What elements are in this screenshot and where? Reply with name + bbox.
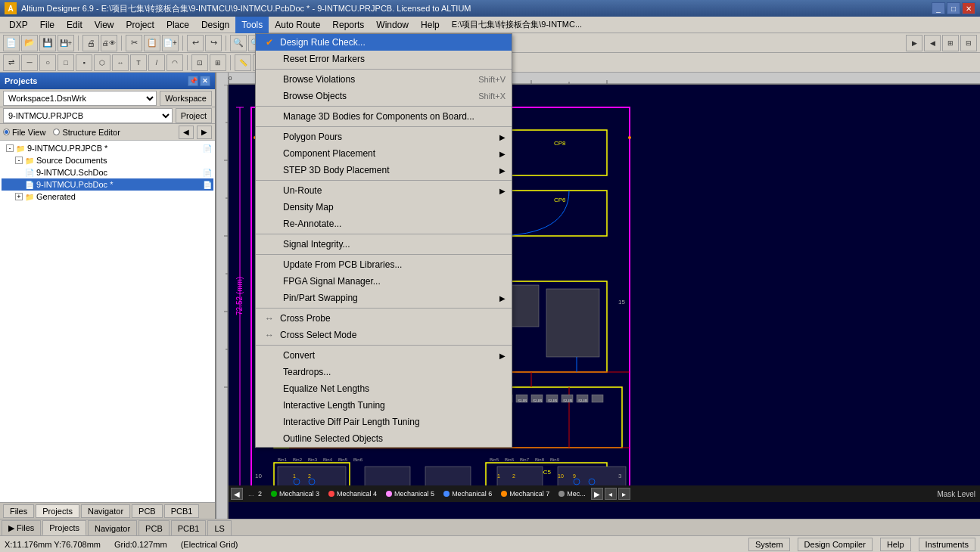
layer-scroll1[interactable]: ◂ [605, 488, 617, 500]
dim-btn[interactable]: ↔ [112, 54, 129, 71]
dd-equalize-nets[interactable]: Equalize Net Lengths [256, 380, 512, 397]
undo-btn[interactable]: ↩ [187, 35, 204, 51]
expand-project[interactable]: - [6, 144, 14, 152]
layer-scroll2[interactable]: ▸ [618, 488, 630, 500]
dd-outline-selected[interactable]: Outline Selected Objects [256, 430, 512, 447]
save-btn[interactable]: 💾 [39, 35, 56, 51]
open-btn[interactable]: 📂 [21, 35, 38, 51]
btab-projects[interactable]: Projects [42, 520, 86, 535]
new-btn[interactable]: 📄 [3, 35, 20, 51]
track-btn[interactable]: ─ [21, 54, 38, 71]
ptab-pcb1[interactable]: PCB1 [164, 504, 200, 518]
tb-right-1[interactable]: ▶ [906, 35, 922, 51]
menu-reports[interactable]: Reports [326, 17, 370, 33]
layer-next[interactable]: ▶ [591, 488, 603, 500]
menu-autoroute[interactable]: Auto Route [269, 17, 326, 33]
dd-interactive-diff-pair[interactable]: Interactive Diff Pair Length Tuning [256, 414, 512, 430]
layer-mech2[interactable]: ... 2 [244, 487, 266, 501]
dd-density-map[interactable]: Density Map [256, 199, 512, 216]
dd-unroute[interactable]: Un-Route ▶ [256, 182, 512, 199]
workspace-combo[interactable]: Workspace1.DsnWrk [3, 91, 157, 106]
status-help-btn[interactable]: Help [880, 538, 911, 551]
redo-btn[interactable]: ↪ [205, 35, 222, 51]
copy-btn[interactable]: 📋 [144, 35, 160, 51]
layer-mech4[interactable]: Mechanical 4 [324, 487, 381, 501]
deselect-btn[interactable]: ⊞ [210, 54, 226, 71]
tree-item-project[interactable]: - 📁 9-INTMCU.PRJPCB * 📄 [2, 142, 213, 154]
btab-pcb1[interactable]: PCB1 [171, 520, 207, 535]
close-button[interactable]: ✕ [962, 2, 975, 14]
measure-btn[interactable]: 📏 [235, 54, 251, 71]
dd-reset-markers[interactable]: Reset Error Markers [256, 51, 512, 67]
menu-window[interactable]: Window [370, 17, 415, 33]
dd-interactive-length[interactable]: Interactive Length Tuning [256, 397, 512, 414]
btab-navigator[interactable]: Navigator [88, 520, 137, 535]
dd-cross-select[interactable]: ↔ Cross Select Mode [256, 327, 512, 343]
print-preview-btn[interactable]: 🖨👁 [101, 35, 117, 51]
arc-btn[interactable]: ◠ [166, 54, 183, 71]
line-btn[interactable]: / [148, 54, 165, 71]
panel-close[interactable]: ✕ [200, 76, 210, 86]
expand-source[interactable]: - [15, 157, 23, 164]
menu-design[interactable]: Design [195, 17, 235, 33]
view-nav-prev[interactable]: ◀ [179, 126, 194, 139]
structure-editor-radio[interactable]: Structure Editor [53, 128, 120, 137]
route-btn[interactable]: ⇌ [3, 54, 20, 71]
dd-pin-swap[interactable]: Pin/Part Swapping ▶ [256, 290, 512, 306]
status-design-compiler-btn[interactable]: Design Compiler [798, 538, 873, 551]
dd-step-3d[interactable]: STEP 3D Body Placement ▶ [256, 162, 512, 178]
layer-mech5[interactable]: Mechanical 5 [381, 487, 439, 501]
layer-mech3[interactable]: Mechanical 3 [266, 487, 324, 501]
layer-mech7[interactable]: Mechanical 7 [496, 487, 554, 501]
menu-tools[interactable]: Tools [235, 17, 269, 33]
status-instruments-btn[interactable]: Instruments [919, 538, 975, 551]
cut-btn[interactable]: ✂ [126, 35, 142, 51]
dd-teardrops[interactable]: Teardrops... [256, 364, 512, 380]
paste-btn[interactable]: 📄+ [162, 35, 179, 51]
dd-browse-objects[interactable]: Browse Objects Shift+X [256, 88, 512, 104]
zoom-in-btn[interactable]: 🔍 [230, 35, 247, 51]
tb-right-4[interactable]: ⊟ [960, 35, 977, 51]
poly-btn[interactable]: ⬡ [94, 54, 110, 71]
menu-view[interactable]: View [89, 17, 120, 33]
menu-dxp[interactable]: DXP [3, 17, 34, 33]
minimize-button[interactable]: _ [932, 2, 945, 14]
fill-btn[interactable]: ▪ [76, 54, 92, 71]
layer-mech-more[interactable]: Mec... [554, 487, 590, 501]
ptab-navigator[interactable]: Navigator [81, 504, 130, 518]
dd-reannotate[interactable]: Re-Annotate... [256, 216, 512, 232]
dd-polygon-pours[interactable]: Polygon Pours ▶ [256, 129, 512, 145]
menu-help[interactable]: Help [415, 17, 446, 33]
text-btn[interactable]: T [130, 54, 147, 71]
view-nav-next[interactable]: ▶ [197, 126, 212, 139]
save-all-btn[interactable]: 💾+ [58, 35, 74, 51]
menu-place[interactable]: Place [160, 17, 195, 33]
layer-mech6[interactable]: Mechanical 6 [439, 487, 496, 501]
ptab-files[interactable]: Files [3, 504, 34, 518]
dd-component-placement[interactable]: Component Placement ▶ [256, 145, 512, 162]
maximize-button[interactable]: □ [947, 2, 960, 14]
status-system-btn[interactable]: System [748, 538, 790, 551]
dd-update-pcb-libs[interactable]: Update From PCB Libraries... [256, 256, 512, 273]
panel-pin[interactable]: 📌 [188, 76, 198, 86]
tree-item-sch[interactable]: 📄 9-INTMCU.SchDoc 📄 [2, 166, 213, 178]
project-combo[interactable]: 9-INTMCU.PRJPCB [3, 108, 173, 123]
file-view-radio[interactable]: File View [3, 128, 45, 137]
menu-filepath[interactable]: E:\项目七集\转接板合集\9-INTMC... [446, 17, 588, 33]
tb-right-2[interactable]: ◀ [924, 35, 941, 51]
menu-edit[interactable]: Edit [61, 17, 89, 33]
pad-btn[interactable]: □ [58, 54, 74, 71]
dd-fpga-signal[interactable]: FPGA Signal Manager... [256, 273, 512, 290]
select-btn[interactable]: ⊡ [191, 54, 208, 71]
dd-manage-3d[interactable]: Manage 3D Bodies for Components on Board… [256, 108, 512, 125]
dd-signal-integrity[interactable]: Signal Integrity... [256, 236, 512, 253]
btab-files[interactable]: ▶ Files [2, 520, 41, 535]
workspace-button[interactable]: Workspace [160, 91, 212, 106]
project-button[interactable]: Project [176, 108, 212, 123]
dd-convert[interactable]: Convert ▶ [256, 347, 512, 364]
menu-file[interactable]: File [34, 17, 61, 33]
tree-item-source[interactable]: - 📁 Source Documents [2, 154, 213, 166]
dd-browse-violations[interactable]: Browse Violations Shift+V [256, 71, 512, 88]
layer-prev[interactable]: ◀ [231, 488, 243, 500]
ptab-projects[interactable]: Projects [36, 504, 79, 518]
